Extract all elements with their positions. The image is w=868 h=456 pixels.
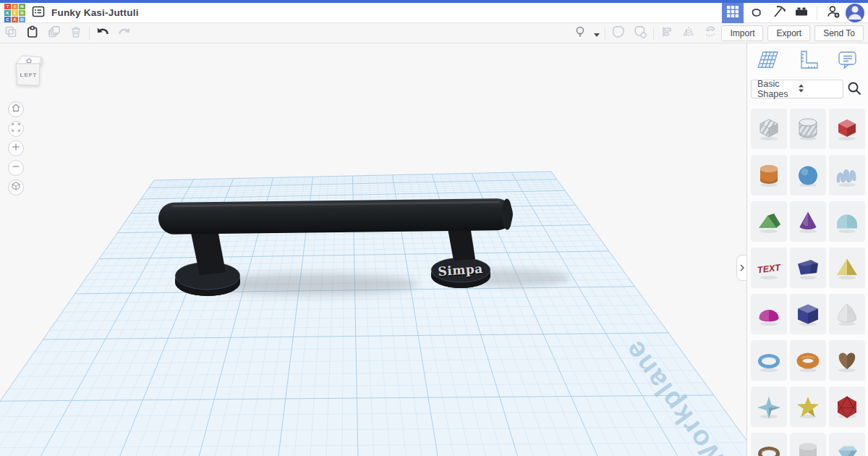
toolbar-right: Import Export Send To [569,24,868,43]
edit-toolbar: Import Export Send To [0,23,868,43]
ruler-tool-button[interactable] [796,50,820,73]
panel-collapse-button[interactable] [736,255,746,281]
lightbulb-icon [573,25,587,42]
group-icon [610,24,626,43]
title-bar: TINKERCAD Funky Kasi-Juttuli [0,3,868,23]
shape-torus[interactable] [790,340,826,381]
simlab-button[interactable] [747,4,766,22]
shape-pyramid[interactable] [829,248,865,288]
shape-box[interactable] [829,109,865,149]
zoom-out-button[interactable] [8,160,24,176]
redo-button[interactable] [114,24,135,43]
shape-half-sphere[interactable] [751,294,787,334]
home-view-button[interactable] [8,101,24,117]
grid-icon [727,6,739,20]
tinkercad-app: TINKERCAD Funky Kasi-Juttuli [0,0,868,456]
logo-letter: A [12,17,18,22]
paste-icon [25,25,40,42]
viewcube-face-label: LEFT [20,72,38,78]
logo-letter: C [4,17,11,22]
pickaxe-icon [771,4,787,22]
shape-paraboloid[interactable] [829,294,865,334]
logo-letter: R [19,10,25,16]
blocks-button[interactable] [770,4,788,22]
ruler-icon [796,49,820,74]
show-all-dropdown[interactable] [591,24,603,43]
shape-scribble[interactable] [829,155,865,195]
bricks-button[interactable] [792,4,811,22]
copy-button[interactable] [0,24,22,43]
shapes-panel: Basic Shapes TEXT [746,43,868,456]
ungroup-icon [632,24,648,43]
hand-icon [749,4,765,22]
shape-hole-cylinder[interactable] [790,109,826,149]
main-area: Workplane [0,43,868,456]
logo-letter: T [4,4,11,9]
3d-design-view-button[interactable] [722,3,744,23]
category-select-value: Basic Shapes [757,79,798,99]
fit-view-button[interactable] [8,121,24,137]
workplane-tool-icon [757,49,780,74]
shape-round-roof[interactable] [829,201,865,242]
brick-icon [793,4,809,22]
design-properties-button[interactable] [31,6,46,20]
invite-collaborator-button[interactable] [824,4,843,22]
3d-viewport[interactable]: Workplane [0,43,746,456]
logo-letter: I [12,4,18,9]
view-cube[interactable]: LEFT [10,52,48,90]
shape-ring[interactable] [751,433,787,456]
tinkercad-logo[interactable]: TINKERCAD [4,4,25,22]
shape-roof[interactable] [751,201,787,242]
duplicate-button[interactable] [43,24,65,43]
svg-text:TEXT: TEXT [757,262,782,275]
copy-icon [4,25,18,42]
snap-button[interactable] [699,24,721,43]
group-button[interactable] [608,24,629,43]
align-button[interactable] [656,24,678,43]
shape-polygon-slab[interactable] [790,248,826,288]
shape-grid: TEXT [751,109,866,456]
shape-sphere[interactable] [790,155,826,195]
design-title[interactable]: Funky Kasi-Juttuli [51,7,139,18]
magnet-icon [702,24,718,43]
toolbar-divider [605,27,605,40]
toolbar-divider [89,27,90,40]
notes-tool-button[interactable] [835,50,859,73]
shape-cylinder[interactable] [751,155,787,195]
shape-icosahedron[interactable] [829,387,865,427]
paste-button[interactable] [22,24,43,43]
shape-hole-box[interactable] [751,109,787,149]
export-button[interactable]: Export [767,25,810,41]
shape-cylinder-silver[interactable] [790,433,826,456]
import-button[interactable]: Import [721,25,763,41]
avatar[interactable] [846,4,864,22]
shape-heart[interactable] [829,340,865,381]
mirror-button[interactable] [678,24,699,43]
show-all-button[interactable] [569,24,591,43]
search-button[interactable] [843,80,866,98]
undo-button[interactable] [92,24,114,43]
shape-tube[interactable] [751,340,787,381]
logo-letter: E [12,10,18,16]
duplicate-icon [47,25,61,42]
logo-letter: K [4,10,11,16]
zoom-in-button[interactable] [8,140,24,156]
workplane-tool-button[interactable] [756,50,780,73]
shape-text[interactable]: TEXT [751,248,787,288]
perspective-toggle-button[interactable] [8,180,24,195]
shape-cone[interactable] [790,201,826,242]
minus-icon [11,161,21,174]
send-to-button[interactable]: Send To [814,25,864,41]
category-select[interactable]: Basic Shapes [751,80,843,98]
delete-button[interactable] [65,24,87,43]
search-icon [846,80,862,98]
shape-star4[interactable] [751,387,787,427]
shape-star5[interactable] [790,387,826,427]
logo-letter: D [19,17,25,22]
add-person-icon [825,4,841,22]
redo-icon [117,25,132,42]
ungroup-button[interactable] [629,24,651,43]
shape-gem[interactable] [829,433,865,456]
caret-down-icon [594,27,600,40]
shape-polygon[interactable] [790,294,826,334]
